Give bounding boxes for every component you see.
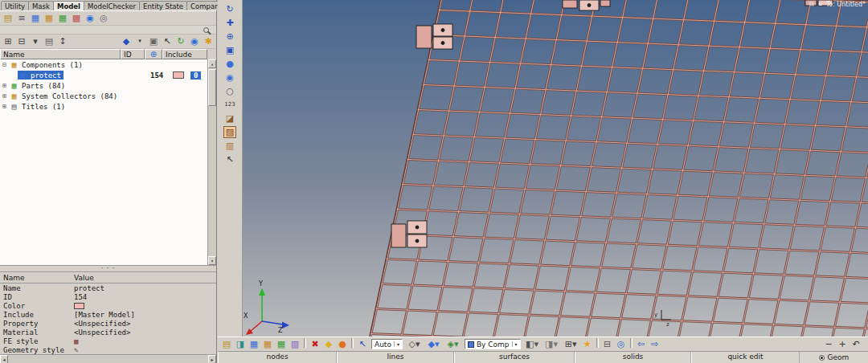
unmask-icon[interactable]: ▥ [223,140,236,152]
color-icon[interactable]: ◆ [322,338,335,350]
scroll-down-icon[interactable]: ▾ [208,256,216,265]
show-all-icon[interactable]: ◉ [84,12,96,24]
zoom-view-icon[interactable]: ⊕ [223,31,236,43]
undo-icon[interactable]: ↶ [850,338,862,350]
prop-value[interactable]: protect [74,284,216,292]
rotate-view-icon[interactable]: ↻ [223,3,236,15]
components-icon[interactable]: ▦ [261,338,274,350]
display-caret-icon[interactable]: ▾ [133,35,146,47]
open-model-icon[interactable]: ▤ [220,338,233,350]
component-color-swatch[interactable] [173,71,184,79]
prop-value[interactable]: 154 [74,293,216,301]
chevron-down-icon[interactable]: ▾ [394,341,399,347]
organize-icon[interactable]: ▥ [289,338,301,350]
tree-vertical-scrollbar[interactable]: ▴ ▾ [207,59,216,265]
pan-view-icon[interactable]: ✚ [223,17,236,29]
tree-item-components[interactable]: ⊟ ▦Components (1) [0,59,216,70]
filter-icon[interactable]: ▾ [29,35,42,47]
create-collector-icon[interactable]: ▦ [29,12,42,24]
panel-solids[interactable]: solids [575,352,691,363]
search-icon[interactable] [203,27,209,33]
expand-all-icon[interactable]: ⊞ [2,35,14,47]
fit-view-icon[interactable]: ▣ [223,44,236,56]
column-header-globe[interactable]: ⊕ [145,49,162,59]
delete-icon[interactable]: ✖ [309,338,321,350]
window-icon[interactable]: ▤ [808,1,816,8]
graphics-viewport[interactable]: y z Y X Z ▤▪ To: Untitled* [243,0,868,336]
expand-panel-icon[interactable]: + [836,338,849,350]
fe-style-icon[interactable]: ▦ [74,337,78,345]
tab-utility[interactable]: Utility [1,1,29,10]
geometry-style-icon[interactable]: ◨▾ [542,338,561,350]
panel-quick-edit[interactable]: quick edit [691,352,800,363]
favorites-icon[interactable]: ★ [581,338,594,350]
hidden-line-icon[interactable]: ○ [223,85,236,97]
panel-page-geom[interactable]: Geom [800,352,868,363]
element-style-icon[interactable]: ◧▾ [523,338,542,350]
renumber-icon[interactable]: ● [336,338,349,350]
measure-icon[interactable]: ◎ [615,338,628,350]
shaded-view-icon[interactable]: ◈▾ [444,338,462,350]
create-component-icon[interactable]: ▦ [43,12,55,24]
pick-arrow-icon[interactable]: ↖ [161,35,174,47]
column-header-id[interactable]: ID [121,49,145,59]
tab-model[interactable]: Model [53,1,84,10]
geometry-style-icon[interactable]: ✎ [74,346,78,354]
tab-entity-state[interactable]: Entity State [139,1,187,10]
scrollbar-thumb[interactable] [208,69,216,106]
snap-grid-icon[interactable]: ⊟ [601,338,614,350]
flash-icon[interactable]: ✱ [202,35,215,47]
tree-item-parts[interactable]: ⊞ ▦Parts (84) [0,80,216,91]
shaded-sphere-icon[interactable]: ● [223,58,236,70]
prop-value[interactable]: <Unspecified> [74,320,216,328]
color-swatch[interactable] [74,303,84,309]
import-icon[interactable]: ◨ [234,338,247,350]
selector-mode-combo[interactable]: Auto ▾ [371,339,403,349]
browser-search-row[interactable] [0,26,216,35]
geom-radio-icon[interactable] [819,355,825,361]
chevron-down-icon[interactable]: ▾ [512,341,518,347]
view-prev-icon[interactable]: ⇦ [635,338,648,350]
panel-surfaces[interactable]: surfaces [454,352,575,363]
twisty-icon[interactable]: ⊞ [0,103,9,110]
panel-splitter[interactable]: · · · [0,265,216,272]
isolate-icon[interactable]: ◎ [97,12,110,24]
tab-modelchecker[interactable]: ModelChecker [84,1,140,10]
tree-item-protect[interactable]: ▦protect 154 0 [0,70,216,80]
panel-nodes[interactable]: nodes [218,352,337,363]
wire-sphere-icon[interactable]: ◉ [223,71,236,84]
pin-icon[interactable]: ▪ [817,1,825,8]
entity-selector-icon[interactable]: ↖ [356,338,369,350]
collapse-panel-icon[interactable]: − [822,338,835,350]
section-cut-icon[interactable]: ◪ [223,112,236,124]
prop-value[interactable]: [Master Model] [74,311,216,319]
layers-icon[interactable]: ▣ [147,35,160,47]
browser-horizontal-scrollbar[interactable]: ◂ ▸ [0,354,216,363]
display-mode-icon[interactable]: ◆ [120,35,133,47]
create-assembly-icon[interactable]: ▦ [56,12,69,24]
scroll-up-icon[interactable]: ▴ [208,59,216,68]
eye-icon[interactable]: ◉ [188,35,201,47]
twisty-icon[interactable]: ⊟ [0,61,9,68]
view-config-icon[interactable]: ▤ [43,35,55,47]
view-next-icon[interactable]: ⇨ [649,338,661,350]
refresh-icon[interactable]: ↻ [174,35,187,47]
column-header-include[interactable]: Include [162,49,207,59]
scroll-left-icon[interactable]: ◂ [0,355,8,363]
tab-mask[interactable]: Mask [28,1,54,10]
panel-lines[interactable]: lines [337,352,454,363]
twisty-icon[interactable]: ⊞ [0,92,9,100]
assemblies-icon[interactable]: ▦ [275,338,288,350]
view-controls-icon[interactable]: ◇▾ [405,338,424,350]
color-mode-combo[interactable]: By Comp ▾ [465,339,521,349]
entity-view-icon[interactable]: ▤ [2,12,14,24]
twisty-icon[interactable]: ⊞ [0,82,9,89]
tree-item-system-collectors[interactable]: ⊞ ▦System Collectors (84) [0,91,216,101]
pick-icon[interactable]: ↖ [223,153,236,165]
scroll-right-icon[interactable]: ▸ [208,355,216,363]
color-by-icon[interactable]: ▩ [70,12,83,24]
mask-panel-icon[interactable]: ▨ [223,126,236,138]
iso-view-icon[interactable]: ◆▾ [424,338,443,350]
column-header-name[interactable]: Name [0,49,121,59]
sort-icon[interactable]: ↕ [56,35,69,47]
